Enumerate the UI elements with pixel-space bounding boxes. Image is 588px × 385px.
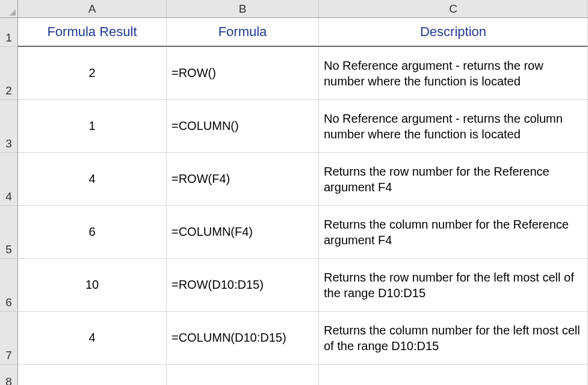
cell-A7[interactable]: 4 [18,312,167,365]
cell-C5[interactable]: Returns the column number for the Refere… [319,206,588,259]
cell-C6[interactable]: Returns the row number for the left most… [319,259,588,312]
cell-B1[interactable]: Formula [167,18,319,47]
cell-C2[interactable]: No Reference argument - returns the row … [319,47,588,100]
cell-C1[interactable]: Description [319,18,588,47]
cell-A1[interactable]: Formula Result [18,18,167,47]
row-header-3[interactable]: 3 [0,100,18,153]
cell-A2[interactable]: 2 [18,47,167,100]
cell-text: No Reference argument - returns the row … [324,58,583,89]
cell-text: Returns the column number for the left m… [324,322,583,354]
cell-B6[interactable]: =ROW(D10:D15) [167,259,319,312]
column-header-B[interactable]: B [167,0,319,18]
cell-text: Returns the row number for the Reference… [324,164,583,195]
cell-B2[interactable]: =ROW() [167,47,319,100]
row-header-2[interactable]: 2 [0,47,18,100]
cell-A8[interactable] [18,365,167,385]
cell-A6[interactable]: 10 [18,259,167,312]
row-header-8[interactable]: 8 [0,365,18,385]
cell-B7[interactable]: =COLUMN(D10:D15) [167,312,319,365]
cell-C8[interactable] [319,365,588,385]
cell-B4[interactable]: =ROW(F4) [167,153,319,206]
cell-B8[interactable] [167,365,319,385]
cell-text: Returns the row number for the left most… [324,270,583,301]
row-header-1[interactable]: 1 [0,18,18,47]
cell-B3[interactable]: =COLUMN() [167,100,319,153]
row-header-6[interactable]: 6 [0,259,18,312]
row-header-5[interactable]: 5 [0,206,18,259]
cell-text: Returns the column number for the Refere… [324,217,583,248]
cell-B5[interactable]: =COLUMN(F4) [167,206,319,259]
column-header-A[interactable]: A [18,0,167,18]
cell-C4[interactable]: Returns the row number for the Reference… [319,153,588,206]
cell-C7[interactable]: Returns the column number for the left m… [319,312,588,365]
row-header-7[interactable]: 7 [0,312,18,365]
cell-C3[interactable]: No Reference argument - returns the colu… [319,100,588,153]
cell-text: No Reference argument - returns the colu… [324,111,583,142]
cell-A4[interactable]: 4 [18,153,167,206]
cell-A5[interactable]: 6 [18,206,167,259]
cell-A3[interactable]: 1 [18,100,167,153]
spreadsheet-grid[interactable]: A B C 1 Formula Result Formula Descripti… [0,0,588,385]
row-header-4[interactable]: 4 [0,153,18,206]
column-header-C[interactable]: C [319,0,588,18]
select-all-corner[interactable] [0,0,18,18]
